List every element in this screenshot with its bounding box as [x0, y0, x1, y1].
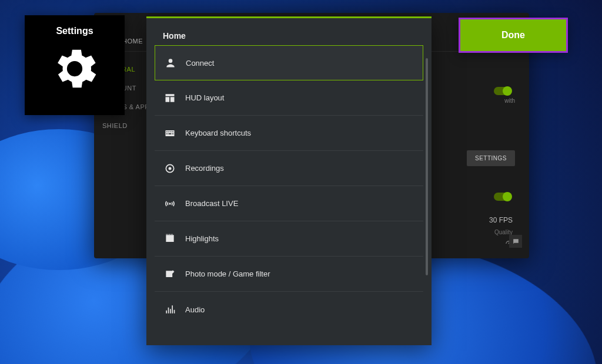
- person-icon: [165, 57, 176, 69]
- overlay-item-highlights[interactable]: Highlights: [155, 221, 423, 257]
- done-button-label: Done: [501, 30, 525, 41]
- overlay-item-label: Keyboard shortcuts: [185, 129, 251, 137]
- record-icon: [164, 163, 176, 174]
- overlay-scrollbar[interactable]: [426, 58, 428, 275]
- audio-equalizer-icon: [164, 304, 176, 315]
- overlay-item-label: Highlights: [185, 234, 219, 243]
- highlights-icon: [164, 233, 176, 245]
- overlay-item-label: Recordings: [185, 164, 224, 173]
- keyboard-icon: [164, 127, 176, 139]
- photo-filter-icon: [164, 268, 176, 280]
- overlay-item-label: HUD layout: [185, 93, 224, 102]
- overlay-item-audio[interactable]: Audio: [155, 292, 423, 327]
- overlay-settings-button[interactable]: SETTINGS: [467, 150, 515, 166]
- overlay-item-label: Broadcast LIVE: [185, 199, 238, 208]
- fps-value: 30 FPS: [489, 216, 513, 224]
- svg-point-1: [169, 167, 172, 170]
- settings-annotation-label: Settings: [56, 26, 93, 36]
- overlay-with-text: with: [504, 97, 515, 104]
- gear-icon: [48, 42, 101, 95]
- overlay-item-connect[interactable]: Connect: [155, 45, 423, 80]
- svg-point-2: [169, 203, 170, 204]
- overlay-item-photo-mode[interactable]: Photo mode / Game filter: [155, 257, 423, 292]
- overlay-item-broadcast-live[interactable]: Broadcast LIVE: [155, 186, 423, 221]
- overlay-item-hud-layout[interactable]: HUD layout: [155, 80, 423, 116]
- overlay-item-recordings[interactable]: Recordings: [155, 151, 423, 186]
- overlay-settings-list: Connect HUD layout Keyboard shortcuts Re…: [146, 45, 432, 327]
- layout-icon: [164, 92, 176, 104]
- overlay-item-label: Audio: [185, 305, 205, 314]
- instant-replay-toggle[interactable]: [494, 193, 511, 201]
- tab-home[interactable]: HOME: [122, 38, 143, 45]
- broadcast-icon: [164, 198, 176, 210]
- settings-annotation-card: Settings: [25, 15, 125, 115]
- overlay-toggle[interactable]: [494, 87, 511, 95]
- overlay-item-label: Photo mode / Game filter: [185, 269, 270, 278]
- feedback-icon[interactable]: [509, 235, 522, 248]
- overlay-section-title: Home: [146, 18, 432, 45]
- overlay-settings-panel: Home Connect HUD layout Keyboard shortcu…: [146, 16, 432, 345]
- overlay-item-label: Connect: [186, 59, 214, 68]
- overlay-item-keyboard-shortcuts[interactable]: Keyboard shortcuts: [155, 116, 423, 151]
- done-button[interactable]: Done: [459, 18, 568, 53]
